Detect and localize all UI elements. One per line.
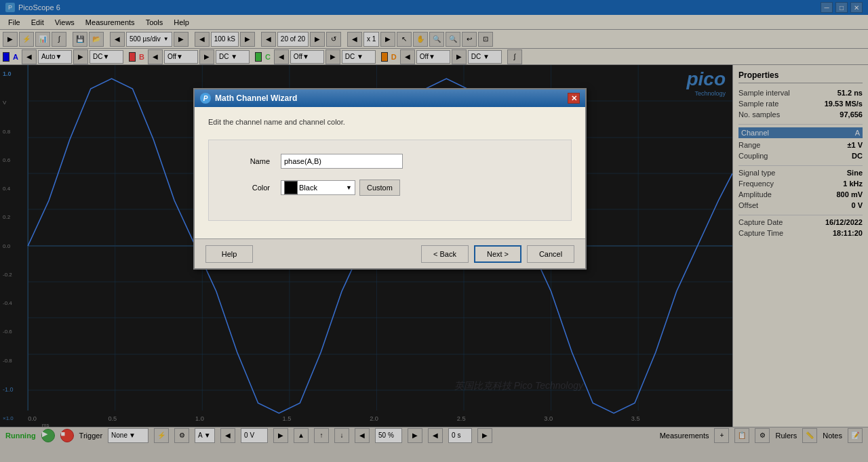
help-button[interactable]: Help [205,245,253,263]
dialog-description: Edit the channel name and channel color. [208,118,572,126]
dialog-close-button[interactable]: ✕ [568,93,580,104]
dialog-footer: Help < Back Next > Cancel [195,238,585,268]
name-input[interactable] [281,154,403,169]
name-label: Name [229,157,270,165]
custom-color-button[interactable]: Custom [359,180,400,196]
cancel-button[interactable]: Cancel [527,245,574,263]
color-form-row: Color Black ▼ Custom [229,180,551,196]
back-button[interactable]: < Back [421,245,469,263]
next-button[interactable]: Next > [474,245,521,263]
dialog-title-icon: P [200,93,211,104]
dialog-body: Edit the channel name and channel color.… [195,107,585,238]
color-label: Color [229,184,270,192]
color-swatch [284,181,298,194]
dialog-form-area: Name Color Black ▼ Custom [208,140,572,221]
dialog-title-bar: P Math Channel Wizard ✕ [195,89,585,107]
math-channel-dialog: P Math Channel Wizard ✕ Edit the channel… [193,88,587,270]
name-form-row: Name [229,154,551,169]
dialog-title: Math Channel Wizard [215,93,297,103]
color-dropdown[interactable]: Black ▼ [281,180,355,195]
modal-overlay: P Math Channel Wizard ✕ Edit the channel… [0,0,868,462]
